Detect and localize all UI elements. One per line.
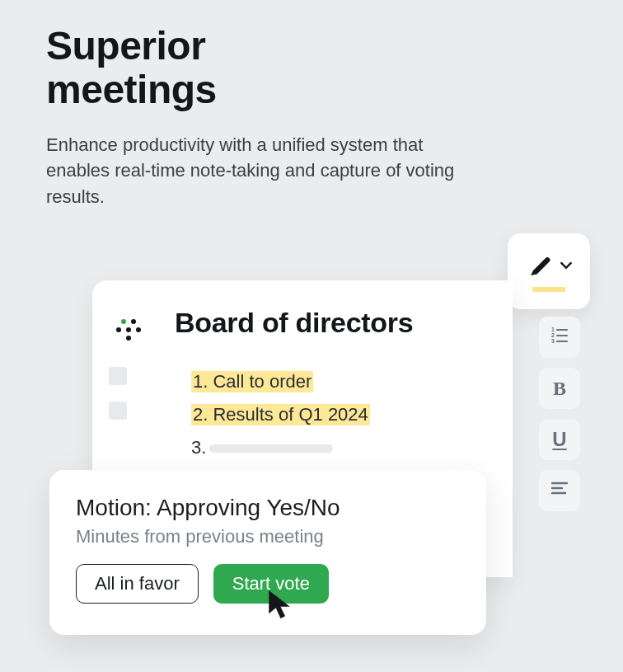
placeholder-line	[209, 444, 333, 453]
svg-point-2	[116, 327, 121, 332]
side-tabs	[109, 367, 127, 420]
svg-point-0	[121, 319, 126, 324]
all-in-favor-button[interactable]: All in favor	[76, 564, 199, 604]
agenda-item[interactable]: 2. Results of Q1 2024	[191, 404, 370, 425]
motion-subtitle: Minutes from previous meeting	[76, 526, 460, 547]
motion-title: Motion: Approving Yes/No	[76, 495, 460, 521]
highlighter-color-swatch	[532, 287, 565, 292]
start-vote-button[interactable]: Start vote	[213, 564, 329, 604]
motion-card: Motion: Approving Yes/No Minutes from pr…	[49, 470, 486, 635]
hero-title: Superior meetings	[46, 25, 623, 112]
side-tab[interactable]	[109, 367, 127, 385]
align-left-button[interactable]	[539, 470, 580, 511]
svg-point-1	[131, 319, 136, 324]
svg-text:3: 3	[551, 338, 555, 344]
svg-text:2: 2	[551, 332, 555, 338]
document-title: Board of directors	[175, 307, 413, 339]
drag-handle-icon[interactable]	[112, 313, 145, 346]
highlighter-icon	[526, 251, 555, 284]
agenda-item[interactable]: 3.	[191, 437, 333, 458]
svg-point-3	[126, 327, 131, 332]
numbered-list-button[interactable]: 1 2 3	[539, 317, 580, 358]
agenda-list: 1. Call to order 2. Results of Q1 2024 3…	[191, 371, 513, 470]
side-tab[interactable]	[109, 402, 127, 420]
agenda-item[interactable]: 1. Call to order	[191, 371, 313, 392]
svg-point-5	[126, 336, 131, 341]
numbered-list-icon: 1 2 3	[550, 325, 569, 350]
svg-text:1: 1	[551, 327, 555, 332]
align-left-icon	[550, 478, 569, 503]
chevron-down-icon	[560, 260, 572, 275]
bold-button[interactable]: B	[539, 368, 580, 409]
highlighter-tool-card[interactable]	[508, 233, 590, 309]
svg-point-4	[136, 327, 141, 332]
format-toolbar: 1 2 3 B U	[539, 317, 580, 511]
underline-button[interactable]: U	[539, 419, 580, 460]
hero-subtitle: Enhance productivity with a unified syst…	[46, 132, 475, 211]
